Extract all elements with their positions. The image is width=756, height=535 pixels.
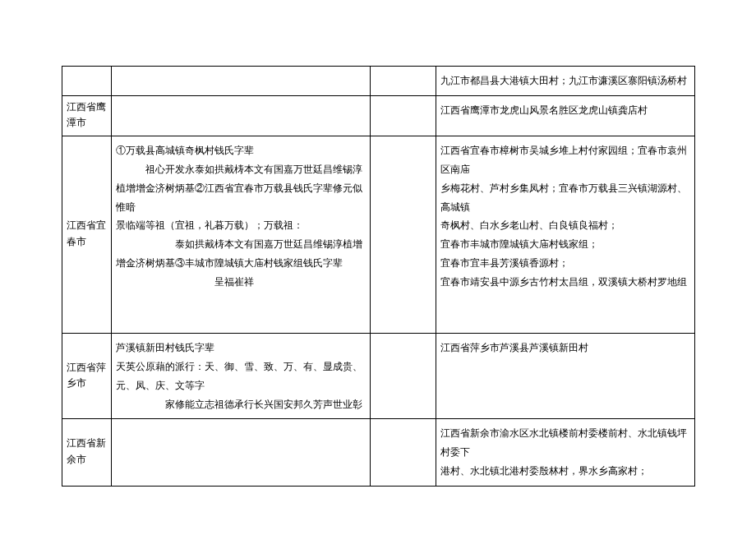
table-row: 江西省新余市 江西省新余市渝水区水北镇楼前村委楼前村、水北镇钱坪村委下 港村、水… (62, 419, 695, 486)
table-row: 九江市都昌县大港镇大田村；九江市濂溪区寨阳镇汤桥村 (62, 67, 695, 96)
location-cell: 江西省宜春市樟树市吴城乡堆上村付家园组；宜春市袁州区南庙 乡梅花村、芦村乡集凤村… (436, 136, 695, 334)
text-line: 江西省新余市渝水区水北镇楼前村委楼前村、水北镇钱坪村委下 (440, 427, 687, 458)
text-line: 景临端等祖（宜祖，礼暮万载）；万载祖： (116, 219, 303, 231)
text-line: 呈福崔祥 (116, 276, 254, 288)
text-line: 天英公原藉的派行：天、御、雪、致、万、有、显成贵、元、凤、庆、文等字 (116, 361, 362, 391)
text-line: 奇枫村、白水乡老山村、白良镇良福村； (440, 219, 618, 231)
region-cell: 江西省宜春市 (62, 136, 112, 334)
text-line: 祖心开发永泰如拱戴梼本文有国嘉万世廷昌维锡淳 (116, 164, 362, 175)
region-cell: 江西省鹰潭市 (62, 95, 112, 136)
blank-cell (371, 95, 436, 136)
region-cell: 江西省萍乡市 (62, 334, 112, 419)
location-cell: 江西省新余市渝水区水北镇楼前村委楼前村、水北镇钱坪村委下 港村、水北镇北港村委殷… (436, 419, 695, 486)
blank-cell (371, 67, 436, 96)
text-line: 宜春市宜丰县芳溪镇香源村； (440, 257, 569, 269)
location-cell: 江西省鹰潭市龙虎山风景名胜区龙虎山镇龚店村 (436, 95, 695, 136)
text-line: ①万载县高城镇奇枫村钱氏字辈 (116, 145, 254, 156)
table-row: 江西省萍乡市 芦溪镇新田村钱氏字辈 天英公原藉的派行：天、御、雪、致、万、有、显… (62, 334, 695, 419)
text-line: 乡梅花村、芦村乡集凤村；宜春市万载县三兴镇湖源村、高城镇 (440, 182, 687, 213)
text-line: 港村、水北镇北港村委殷林村，界水乡高家村； (440, 465, 648, 477)
text-line: 宜春市丰城市隍城镇大庙村钱家组； (440, 238, 598, 250)
region-cell: 江西省新余市 (62, 419, 112, 486)
text-line: 植增增金济树炳基②江西省宜春市万载县钱氏字辈修元似惟暗 (116, 182, 362, 213)
blank-cell (371, 419, 436, 486)
table-row: 江西省鹰潭市 江西省鹰潭市龙虎山风景名胜区龙虎山镇龚店村 (62, 95, 695, 136)
blank-cell (371, 136, 436, 334)
generation-cell: 芦溪镇新田村钱氏字辈 天英公原藉的派行：天、御、雪、致、万、有、显成贵、元、凤、… (112, 334, 371, 419)
text-line: 芦溪镇新田村钱氏字辈 (116, 342, 214, 353)
blank-cell (371, 334, 436, 419)
genealogy-table: 九江市都昌县大港镇大田村；九江市濂溪区寨阳镇汤桥村 江西省鹰潭市 江西省鹰潭市龙… (62, 66, 695, 487)
generation-cell (112, 67, 371, 96)
text-line: 增金济树炳基③丰城市隍城镇大庙村钱家组钱氏字辈 (116, 257, 343, 269)
generation-cell (112, 419, 371, 486)
generation-cell (112, 95, 371, 136)
location-cell: 江西省萍乡市芦溪县芦溪镇新田村 (436, 334, 695, 419)
text-line: 宜春市靖安县中源乡古竹村太昌组，双溪镇大桥村罗地组 (440, 276, 687, 288)
text-line: 家修能立志祖德承行长兴国安邦久芳声世业彰 (116, 399, 362, 410)
generation-cell: ①万载县高城镇奇枫村钱氏字辈 祖心开发永泰如拱戴梼本文有国嘉万世廷昌维锡淳 植增… (112, 136, 371, 334)
table-row: 江西省宜春市 ①万载县高城镇奇枫村钱氏字辈 祖心开发永泰如拱戴梼本文有国嘉万世廷… (62, 136, 695, 334)
text-line: 泰如拱戴梼本文有国嘉万世廷昌维锡淳植增 (116, 238, 362, 250)
location-cell: 九江市都昌县大港镇大田村；九江市濂溪区寨阳镇汤桥村 (436, 67, 695, 96)
text-line: 江西省宜春市樟树市吴城乡堆上村付家园组；宜春市袁州区南庙 (440, 145, 687, 175)
region-cell (62, 67, 112, 96)
